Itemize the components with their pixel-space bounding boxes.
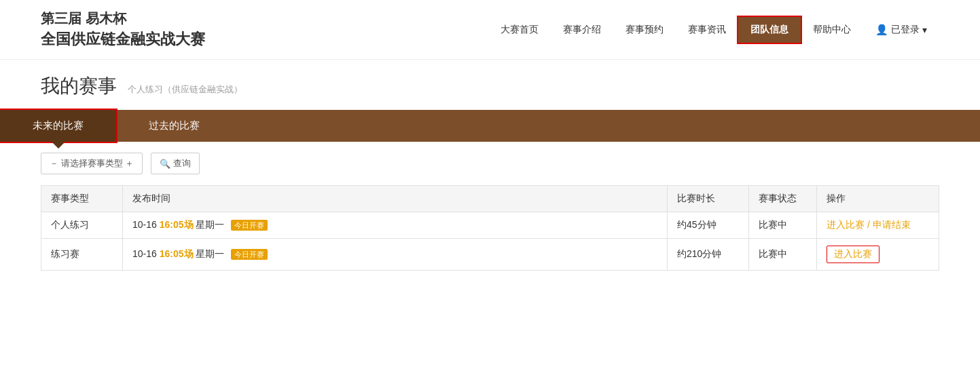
query-label: 查询 — [173, 157, 191, 170]
cell-date-2: 10-16 16:05场 星期一 今日开赛 — [123, 239, 668, 271]
table-header-row: 赛事类型 发布时间 比赛时长 赛事状态 操作 — [41, 186, 939, 212]
user-label: 已登录 — [891, 24, 920, 36]
header: 第三届 易木杯 全国供应链金融实战大赛 大赛首页 赛事介绍 赛事预约 赛事资讯 … — [0, 0, 980, 60]
data-table: 赛事类型 发布时间 比赛时长 赛事状态 操作 个人练习 10-16 16:05场… — [41, 185, 939, 271]
page-title-area: 我的赛事 个人练习（供应链金融实战） — [0, 60, 980, 110]
tab-future[interactable]: 未来的比赛 — [0, 110, 116, 142]
table-area: 赛事类型 发布时间 比赛时长 赛事状态 操作 个人练习 10-16 16:05场… — [0, 185, 980, 298]
nav-item-team[interactable]: 团队信息 — [738, 17, 801, 43]
logo-line2: 全国供应链金融实战大赛 — [41, 29, 205, 50]
cell-status-2: 比赛中 — [749, 239, 817, 271]
time-value-2: 16:05场 — [160, 248, 194, 259]
cell-type-1: 个人练习 — [41, 212, 123, 239]
nav-user[interactable]: 👤 已登录 ▾ — [863, 17, 939, 43]
logo: 第三届 易木杯 全国供应链金融实战大赛 — [41, 9, 205, 50]
tab-future-label: 未来的比赛 — [33, 119, 84, 131]
nav-item-intro[interactable]: 赛事介绍 — [551, 17, 613, 43]
logo-line1: 第三届 易木杯 — [41, 9, 205, 28]
col-action: 操作 — [817, 186, 939, 212]
logo-text1: 第三届 易木杯 — [41, 9, 126, 28]
filter-area: － 请选择赛事类型 ＋ 🔍 查询 — [0, 142, 980, 185]
cell-duration-1: 约45分钟 — [668, 212, 749, 239]
tab-past[interactable]: 过去的比赛 — [116, 110, 232, 142]
date-value-1: 10-16 — [132, 219, 160, 230]
cell-date-1: 10-16 16:05场 星期一 今日开赛 — [123, 212, 668, 239]
cell-status-1: 比赛中 — [749, 212, 817, 239]
cell-action-1[interactable]: 进入比赛 / 申请结束 — [817, 212, 939, 239]
cell-duration-2: 约210分钟 — [668, 239, 749, 271]
dropdown-icon: ▾ — [922, 24, 927, 35]
cell-type-2: 练习赛 — [41, 239, 123, 271]
table-row: 个人练习 10-16 16:05场 星期一 今日开赛 约45分钟 比赛中 进入比… — [41, 212, 939, 239]
nav-item-help[interactable]: 帮助中心 — [801, 17, 863, 43]
select-label: － 请选择赛事类型 ＋ — [50, 157, 134, 170]
nav-item-home[interactable]: 大赛首页 — [488, 17, 551, 43]
weekday-2: 星期一 — [196, 248, 224, 259]
col-date: 发布时间 — [123, 186, 668, 212]
col-status: 赛事状态 — [749, 186, 817, 212]
tab-arrow-down — [52, 142, 65, 149]
today-badge-1: 今日开赛 — [231, 220, 268, 231]
action-link-1[interactable]: 进入比赛 / 申请结束 — [827, 219, 911, 230]
nav: 大赛首页 赛事介绍 赛事预约 赛事资讯 团队信息 帮助中心 👤 已登录 ▾ — [488, 17, 939, 43]
nav-item-news[interactable]: 赛事资讯 — [676, 17, 738, 43]
col-duration: 比赛时长 — [668, 186, 749, 212]
enter-contest-button[interactable]: 进入比赛 — [827, 246, 879, 263]
user-icon: 👤 — [875, 24, 888, 36]
today-badge-2: 今日开赛 — [231, 249, 268, 260]
query-button[interactable]: 🔍 查询 — [151, 153, 200, 174]
page-title: 我的赛事 — [41, 73, 117, 99]
tab-bar: 未来的比赛 过去的比赛 — [0, 110, 980, 142]
weekday-1: 星期一 — [196, 219, 224, 230]
tab-past-label: 过去的比赛 — [149, 119, 200, 131]
col-type: 赛事类型 — [41, 186, 123, 212]
type-select[interactable]: － 请选择赛事类型 ＋ — [41, 153, 143, 174]
page-subtitle: 个人练习（供应链金融实战） — [128, 83, 242, 96]
date-value-2: 10-16 — [132, 248, 160, 259]
cell-action-2[interactable]: 进入比赛 — [817, 239, 939, 271]
search-icon: 🔍 — [160, 159, 170, 169]
time-value-1: 16:05场 — [160, 219, 194, 230]
table-row: 练习赛 10-16 16:05场 星期一 今日开赛 约210分钟 比赛中 进入比… — [41, 239, 939, 271]
nav-item-reserve[interactable]: 赛事预约 — [613, 17, 676, 43]
